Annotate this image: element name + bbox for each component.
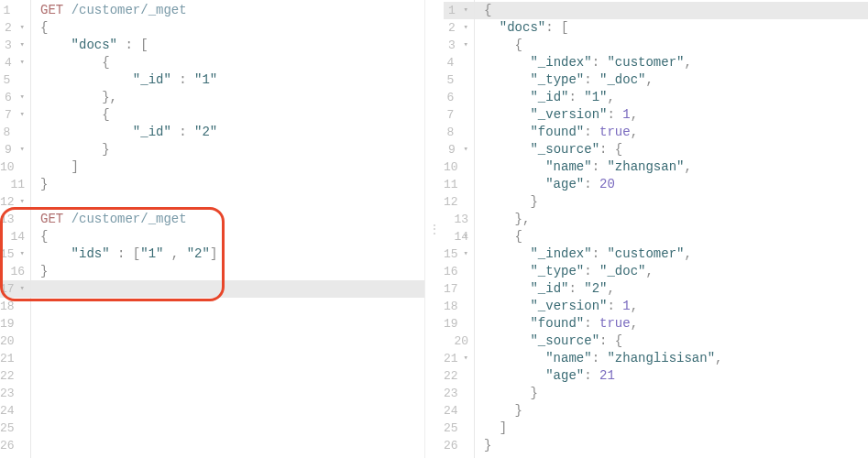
- json-boolean: true: [599, 125, 631, 139]
- http-method: GET: [40, 212, 63, 226]
- line-number: 8: [444, 124, 474, 141]
- line-number: 23: [0, 385, 30, 402]
- json-number: 21: [599, 368, 615, 383]
- http-method: GET: [40, 3, 63, 17]
- fold-icon[interactable]: ▾: [20, 37, 25, 54]
- separator: ,: [163, 246, 186, 261]
- line-number: 12: [444, 193, 474, 211]
- line-number: 16: [444, 263, 474, 280]
- json-key: "found": [530, 316, 584, 331]
- line-number: 16 ▾: [0, 263, 30, 280]
- http-path: /customer/_mget: [71, 212, 187, 226]
- line-number: 15: [0, 245, 30, 263]
- line-number: 13: [0, 211, 30, 228]
- json-boolean: true: [599, 316, 631, 331]
- line-number: 19: [444, 315, 474, 333]
- json-string: "1": [194, 72, 217, 87]
- line-number: 1: [0, 2, 30, 19]
- json-key: "_id": [530, 90, 568, 104]
- json-string: "1": [140, 246, 163, 261]
- array-open: [: [133, 246, 140, 261]
- http-path: /customer/_mget: [71, 3, 187, 17]
- line-number: 23: [444, 385, 474, 402]
- line-number: 22: [444, 367, 474, 385]
- line-number: 6: [444, 89, 474, 106]
- json-key: "docs": [500, 20, 545, 35]
- json-string: "_doc": [599, 72, 645, 87]
- json-string: "2": [584, 281, 607, 296]
- line-number: 10: [0, 158, 30, 176]
- json-key: "_index": [530, 246, 591, 261]
- line-number: 3 ▾: [0, 37, 30, 54]
- request-editor[interactable]: GET /customer/_mget { "docs" : [ { "_id"…: [31, 0, 424, 458]
- line-number: 20: [0, 333, 30, 350]
- array-close: ]: [210, 246, 217, 261]
- json-string: "customer": [607, 246, 684, 261]
- line-number: 14 ▾: [0, 228, 30, 245]
- json-key: "_index": [530, 55, 591, 70]
- json-string: "zhangsan": [607, 159, 684, 174]
- line-number: 8: [0, 124, 30, 141]
- line-number: 24: [0, 402, 30, 420]
- json-number: 20: [599, 177, 615, 191]
- line-number: 25: [444, 420, 474, 437]
- json-key: "docs": [71, 38, 117, 52]
- drag-handle-icon[interactable]: ⋮: [428, 222, 441, 237]
- line-number: 25: [0, 420, 30, 437]
- json-key: "_type": [530, 264, 584, 278]
- line-number: 13 ▾: [444, 211, 474, 228]
- line-number: 20 ▾: [444, 333, 474, 350]
- fold-icon[interactable]: ▾: [464, 2, 468, 19]
- line-number: 17: [0, 280, 30, 298]
- line-number: 21: [0, 350, 30, 367]
- json-key: "_source": [530, 142, 599, 157]
- json-key: "_type": [530, 72, 584, 87]
- json-string: "2": [187, 246, 210, 261]
- request-gutter: 1 2 ▾3 ▾4 ▾5 6 ▾7 ▾8 9 ▾10 11 ▾12 13 14 …: [0, 0, 31, 458]
- fold-icon[interactable]: ▾: [464, 141, 468, 158]
- response-editor[interactable]: { "docs": [ { "_index": "customer", "_ty…: [475, 0, 868, 458]
- line-number: 7 ▾: [0, 106, 30, 124]
- json-key: "_id": [530, 281, 568, 296]
- line-number: 6 ▾: [0, 89, 30, 106]
- json-key: "ids": [71, 246, 110, 261]
- response-gutter: 1 ▾2 ▾3 ▾4 5 6 7 8 9 ▾10 11 12 13 ▾14 ▾1…: [444, 0, 475, 458]
- fold-icon[interactable]: ▾: [20, 89, 25, 106]
- line-number: 21: [444, 350, 474, 367]
- line-number: 9 ▾: [0, 141, 30, 158]
- json-string: "_doc": [599, 264, 645, 278]
- json-key: "_id": [133, 125, 171, 139]
- json-string: "2": [194, 125, 217, 139]
- fold-icon[interactable]: ▾: [20, 19, 25, 37]
- json-key: "_version": [530, 107, 607, 122]
- json-string: "1": [584, 90, 607, 104]
- json-key: "name": [545, 159, 591, 174]
- fold-icon[interactable]: ▾: [20, 106, 25, 124]
- line-number: 14 ▾: [444, 228, 474, 245]
- line-number: 2 ▾: [444, 19, 474, 37]
- line-number: 5: [0, 71, 30, 89]
- line-number: 17: [444, 280, 474, 298]
- json-key: "_version": [530, 299, 607, 313]
- line-number: 24: [444, 402, 474, 420]
- json-key: "name": [545, 351, 591, 365]
- json-key: "_id": [133, 72, 171, 87]
- fold-icon[interactable]: ▾: [464, 37, 468, 54]
- json-string: "customer": [607, 55, 684, 70]
- line-number: 12: [0, 193, 30, 211]
- line-number: 7: [444, 106, 474, 124]
- fold-icon[interactable]: ▾: [20, 54, 25, 71]
- line-number: 4: [444, 54, 474, 71]
- line-number: 3 ▾: [444, 37, 474, 54]
- json-key: "_source": [530, 333, 599, 348]
- line-number: 22: [0, 367, 30, 385]
- line-number: 26: [0, 437, 30, 454]
- line-number: 4 ▾: [0, 54, 30, 71]
- line-number: 11: [444, 176, 474, 193]
- json-key: "found": [530, 125, 584, 139]
- fold-icon[interactable]: ▾: [464, 19, 468, 37]
- line-number: 10: [444, 158, 474, 176]
- json-number: 1: [622, 107, 630, 122]
- pane-divider[interactable]: ⋮: [425, 0, 444, 458]
- fold-icon[interactable]: ▾: [20, 141, 25, 158]
